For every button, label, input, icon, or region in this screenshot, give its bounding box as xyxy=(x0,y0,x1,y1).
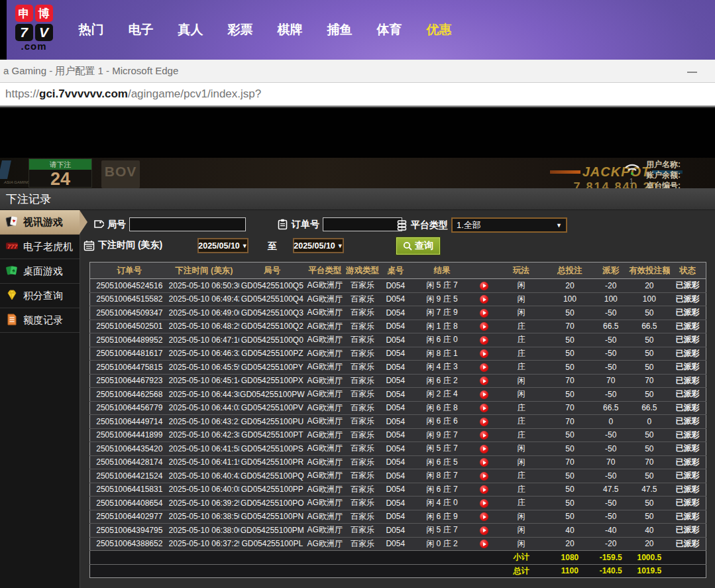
replay-play-icon[interactable] xyxy=(480,377,488,385)
cell: GD054255100PX xyxy=(239,374,305,388)
replay-play-icon[interactable] xyxy=(480,540,488,548)
table-row: 2505100644758152025-05-10 06:45:59GD0542… xyxy=(90,361,706,375)
subtotal-cell xyxy=(411,551,473,565)
grand-total-cell: 总计 xyxy=(495,564,547,578)
address-bar[interactable]: https://gci.7vvvvvv.com/agingame/pcv1/in… xyxy=(0,83,715,107)
cell: 闲 6 庄 6 xyxy=(411,415,473,429)
url-domain: gci.7vvvvvv.com xyxy=(39,88,128,100)
replay-play-icon[interactable] xyxy=(480,390,488,399)
replay-play-icon[interactable] xyxy=(480,445,488,453)
minimize-icon[interactable] xyxy=(687,72,697,73)
sidebar-item-label: 额度记录 xyxy=(23,314,63,327)
logo-square-shen: 申 xyxy=(15,5,33,22)
sidebar-item-额度记录[interactable]: 额度记录 xyxy=(0,308,80,333)
sidebar-item-label: 积分查询 xyxy=(23,290,63,302)
chevron-down-icon: ▼ xyxy=(337,243,343,249)
table-games-icon: ♣ xyxy=(5,264,19,279)
sidebar-item-电子老虎机[interactable]: 777电子老虎机 xyxy=(0,235,80,259)
cell: AG欧洲厅 xyxy=(305,510,345,524)
subtotal-cell: -159.5 xyxy=(592,551,629,565)
order-input[interactable] xyxy=(323,217,402,231)
cell: 庄 xyxy=(495,428,547,442)
replay-play-icon[interactable] xyxy=(480,431,488,440)
sidebar-item-label: 桌面游戏 xyxy=(23,265,63,278)
banner-info-line: 账户余额: xyxy=(646,170,681,180)
replay-play-icon[interactable] xyxy=(480,363,488,372)
sidebar-item-视讯游戏[interactable]: ♥视讯游戏 xyxy=(0,210,80,235)
cell: 250510064524516 xyxy=(90,279,169,293)
nav-item-捕鱼[interactable]: 捕鱼 xyxy=(315,21,364,38)
nav-item-彩票[interactable]: 彩票 xyxy=(215,21,265,38)
cell: 70 xyxy=(547,320,592,333)
cell: 2025-05-10 06:46:32 xyxy=(169,347,240,361)
cell: GD054255100PQ xyxy=(239,469,305,483)
chevron-down-icon: ▼ xyxy=(242,243,248,249)
replay-cell xyxy=(473,361,495,375)
replay-play-icon[interactable] xyxy=(480,499,488,508)
cell: 百家乐 xyxy=(345,361,380,375)
replay-play-icon[interactable] xyxy=(480,485,488,494)
replay-play-icon[interactable] xyxy=(480,512,488,521)
site-logo[interactable]: 申 博 7 V .com xyxy=(11,5,57,51)
cell: 已派彩 xyxy=(670,279,706,293)
cell: AG欧洲厅 xyxy=(305,333,345,347)
cell: 70 xyxy=(547,374,592,388)
cell: D054 xyxy=(380,469,411,483)
replay-play-icon[interactable] xyxy=(480,458,488,467)
nav-item-热门[interactable]: 热门 xyxy=(66,21,116,38)
cell: D054 xyxy=(380,388,411,402)
nav-item-电子[interactable]: 电子 xyxy=(116,21,166,38)
grand-total-cell xyxy=(169,564,240,578)
replay-cell xyxy=(473,455,495,469)
cell: 50 xyxy=(547,483,592,497)
search-button[interactable]: 查询 xyxy=(396,237,440,255)
cell: 闲 1 庄 8 xyxy=(411,320,473,333)
replay-play-icon[interactable] xyxy=(480,295,488,304)
replay-play-icon[interactable] xyxy=(480,322,488,331)
replay-play-icon[interactable] xyxy=(480,526,488,535)
logo-square-bo: 博 xyxy=(35,5,53,22)
doc-icon xyxy=(5,313,19,328)
cell: 闲 9 庄 5 xyxy=(411,292,473,306)
replay-play-icon[interactable] xyxy=(480,404,488,412)
promo-nav-bar: 申 博 7 V .com 热门电子真人彩票棋牌捕鱼体育优惠 xyxy=(0,0,715,60)
sidebar-item-桌面游戏[interactable]: ♣桌面游戏 xyxy=(0,259,80,284)
round-input[interactable] xyxy=(129,217,246,231)
cell: AG欧洲厅 xyxy=(305,388,345,402)
table-row: 2505100645025012025-05-10 06:48:29GD0542… xyxy=(90,320,706,333)
sidebar-item-积分查询[interactable]: 积分查询 xyxy=(0,284,80,308)
nav-item-真人[interactable]: 真人 xyxy=(166,21,215,38)
cell: GD054255100PO xyxy=(239,497,305,510)
replay-play-icon[interactable] xyxy=(480,472,488,481)
cell: 已派彩 xyxy=(670,415,706,429)
subtotal-cell xyxy=(239,551,305,565)
platform-selected-value: 1.全部 xyxy=(457,219,481,231)
date-to-picker[interactable]: 2025/05/10 ▼ xyxy=(293,238,344,253)
subtotal-cell xyxy=(345,551,380,565)
cards-icon: ♥ xyxy=(5,215,19,230)
date-from-picker[interactable]: 2025/05/10 ▼ xyxy=(197,238,248,253)
cell: 已派彩 xyxy=(670,388,706,402)
cell: GD054255100PP xyxy=(239,483,305,497)
replay-play-icon[interactable] xyxy=(480,309,488,318)
cell: D054 xyxy=(380,428,411,442)
nav-item-优惠[interactable]: 优惠 xyxy=(414,21,464,38)
nav-item-体育[interactable]: 体育 xyxy=(364,21,414,38)
replay-play-icon[interactable] xyxy=(480,418,488,426)
table-row: 2505100644418992025-05-10 06:42:38GD0542… xyxy=(90,428,706,442)
cell: 250510064502501 xyxy=(90,320,169,333)
replay-play-icon[interactable] xyxy=(480,282,488,290)
cell: AG欧洲厅 xyxy=(305,361,345,375)
cell: 50 xyxy=(547,510,592,524)
cell: 2025-05-10 06:44:38 xyxy=(169,388,240,402)
platform-stack-icon xyxy=(396,219,408,231)
platform-select[interactable]: 1.全部 ▼ xyxy=(451,217,567,233)
countdown-value: 24 xyxy=(29,170,91,188)
cell: -50 xyxy=(592,306,629,320)
replay-play-icon[interactable] xyxy=(480,349,488,358)
nav-item-棋牌[interactable]: 棋牌 xyxy=(265,21,315,38)
cell: 庄 xyxy=(495,415,547,429)
replay-play-icon[interactable] xyxy=(480,336,488,345)
cell: 50 xyxy=(547,469,592,483)
cell: 2025-05-10 06:38:50 xyxy=(169,510,240,524)
